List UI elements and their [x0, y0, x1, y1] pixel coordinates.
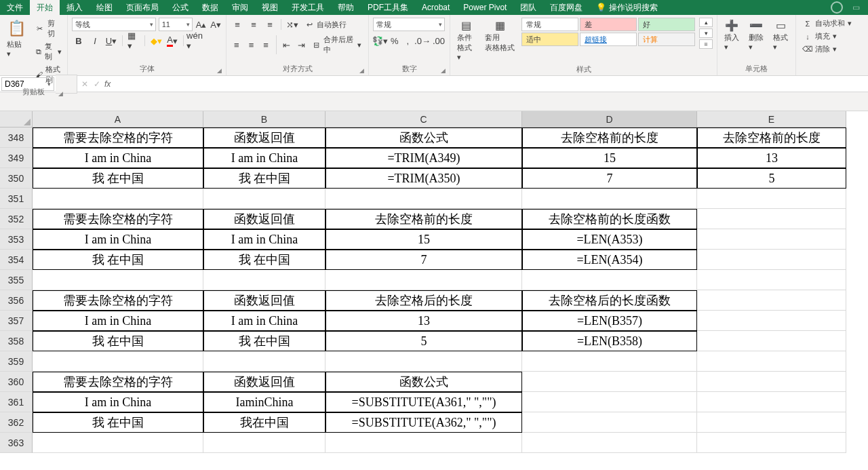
- cell-C358[interactable]: 5: [326, 331, 522, 351]
- cell-E360[interactable]: [697, 372, 846, 392]
- cell-C361[interactable]: =SUBSTITUTE(A361," ",""): [326, 392, 522, 412]
- cell-C354[interactable]: 7: [326, 250, 522, 270]
- cell-D349[interactable]: 15: [522, 148, 697, 168]
- delete-cells-button[interactable]: ➖删除▾: [746, 18, 766, 53]
- cell-D358[interactable]: =LEN(B358): [522, 331, 697, 351]
- cell-B361[interactable]: IaminChina: [203, 392, 326, 412]
- row-header-357[interactable]: 357: [0, 311, 33, 331]
- tab-pdf-tools[interactable]: PDF工具集: [361, 0, 415, 15]
- cell-B351[interactable]: [203, 189, 326, 209]
- tab-home[interactable]: 开始: [30, 0, 60, 15]
- tab-power-pivot[interactable]: Power Pivot: [456, 0, 513, 15]
- cell-A356[interactable]: 需要去除空格的字符: [33, 290, 203, 311]
- cell-E348[interactable]: 去除空格前的长度: [697, 128, 846, 148]
- cell-E363[interactable]: [697, 433, 846, 453]
- style-normal[interactable]: 常规: [521, 18, 578, 31]
- fill-button[interactable]: ↓填充 ▾: [800, 31, 860, 42]
- cell-D360[interactable]: [522, 372, 697, 392]
- tab-developer[interactable]: 开发工具: [285, 0, 331, 15]
- confirm-formula-icon[interactable]: ✓: [94, 79, 100, 89]
- clipboard-launcher[interactable]: ◢: [58, 90, 63, 97]
- cell-E358[interactable]: [697, 331, 846, 351]
- cell-C356[interactable]: 去除空格后的长度: [326, 290, 522, 311]
- row-header-350[interactable]: 350: [0, 168, 33, 189]
- cell-B349[interactable]: I am in China: [203, 148, 326, 168]
- row-header-349[interactable]: 349: [0, 148, 33, 168]
- cell-A359[interactable]: [33, 351, 203, 372]
- cell-C357[interactable]: 13: [326, 311, 522, 331]
- align-bottom-icon[interactable]: ≡: [263, 18, 277, 31]
- select-all-corner[interactable]: [0, 111, 33, 128]
- tab-insert[interactable]: 插入: [60, 0, 90, 15]
- font-size-select[interactable]: 11: [159, 18, 193, 31]
- clear-button[interactable]: ⌫清除 ▾: [800, 43, 860, 55]
- cell-E356[interactable]: [697, 290, 846, 311]
- cut-button[interactable]: ✂剪切: [33, 18, 64, 39]
- cell-B358[interactable]: 我 在中国: [203, 331, 326, 351]
- row-header-360[interactable]: 360: [0, 372, 33, 392]
- cell-B362[interactable]: 我在中国: [203, 412, 326, 433]
- row-header-362[interactable]: 362: [0, 412, 33, 433]
- currency-icon[interactable]: 💱▾: [373, 34, 387, 47]
- cell-A362[interactable]: 我 在中国: [33, 412, 203, 433]
- fx-icon[interactable]: fx: [104, 79, 116, 89]
- tab-acrobat[interactable]: Acrobat: [415, 0, 456, 15]
- cell-B363[interactable]: [203, 433, 326, 453]
- cell-C362[interactable]: =SUBSTITUTE(A362," ",""): [326, 412, 522, 433]
- cancel-formula-icon[interactable]: ✕: [81, 79, 88, 89]
- align-right-icon[interactable]: ≡: [260, 38, 272, 52]
- font-name-select[interactable]: 等线: [72, 18, 156, 31]
- cell-A360[interactable]: 需要去除空格的字符: [33, 372, 203, 392]
- column-header-C[interactable]: C: [326, 111, 522, 128]
- cell-E354[interactable]: [697, 250, 846, 270]
- italic-button[interactable]: I: [88, 34, 102, 47]
- cell-E352[interactable]: [697, 209, 846, 229]
- cell-B357[interactable]: I am in China: [203, 311, 326, 331]
- account-icon[interactable]: [831, 1, 843, 14]
- cell-C350[interactable]: =TRIM(A350): [326, 168, 522, 189]
- row-header-363[interactable]: 363: [0, 433, 33, 453]
- cell-D352[interactable]: 去除空格前的长度函数: [522, 209, 697, 229]
- cell-A351[interactable]: [33, 189, 203, 209]
- align-launcher[interactable]: ◢: [359, 67, 364, 74]
- cell-D355[interactable]: [522, 270, 697, 290]
- cell-D348[interactable]: 去除空格前的长度: [522, 128, 697, 148]
- bold-button[interactable]: B: [72, 34, 85, 47]
- style-calculation[interactable]: 计算: [638, 33, 695, 46]
- cell-C359[interactable]: [326, 351, 522, 372]
- cell-C353[interactable]: 15: [326, 229, 522, 250]
- increase-font-icon[interactable]: A▴: [195, 18, 208, 31]
- row-header-356[interactable]: 356: [0, 290, 33, 311]
- phonetic-button[interactable]: wén ▾: [188, 34, 201, 47]
- align-center-icon[interactable]: ≡: [245, 38, 258, 52]
- font-launcher[interactable]: ◢: [217, 67, 222, 74]
- formula-input[interactable]: [116, 79, 868, 89]
- row-header-358[interactable]: 358: [0, 331, 33, 351]
- tab-page-layout[interactable]: 页面布局: [119, 0, 165, 15]
- cell-E355[interactable]: [697, 270, 846, 290]
- format-as-table-button[interactable]: ▦套用 表格格式: [482, 18, 517, 54]
- tab-help[interactable]: 帮助: [331, 0, 361, 15]
- tab-draw[interactable]: 绘图: [90, 0, 119, 15]
- decrease-indent-icon[interactable]: ⇤: [281, 38, 293, 52]
- cell-A357[interactable]: I am in China: [33, 311, 203, 331]
- align-middle-icon[interactable]: ≡: [247, 18, 260, 31]
- cell-D353[interactable]: =LEN(A353): [522, 229, 697, 250]
- row-header-353[interactable]: 353: [0, 229, 33, 250]
- cell-B352[interactable]: 函数返回值: [203, 209, 326, 229]
- cell-B355[interactable]: [203, 270, 326, 290]
- cell-C349[interactable]: =TRIM(A349): [326, 148, 522, 168]
- paste-button[interactable]: 📋 粘贴 ▾: [4, 18, 28, 60]
- cell-B356[interactable]: 函数返回值: [203, 290, 326, 311]
- cell-B348[interactable]: 函数返回值: [203, 128, 326, 148]
- insert-cells-button[interactable]: ➕插入▾: [722, 18, 742, 53]
- style-bad[interactable]: 差: [580, 18, 637, 31]
- column-header-E[interactable]: E: [697, 111, 846, 128]
- increase-decimal-icon[interactable]: .0→: [416, 34, 429, 47]
- styles-scroll-up[interactable]: ▴: [699, 18, 713, 27]
- cell-C348[interactable]: 函数公式: [326, 128, 522, 148]
- styles-more[interactable]: ≡: [699, 39, 713, 49]
- cell-B350[interactable]: 我 在中国: [203, 168, 326, 189]
- cell-E350[interactable]: 5: [697, 168, 846, 189]
- row-header-355[interactable]: 355: [0, 270, 33, 290]
